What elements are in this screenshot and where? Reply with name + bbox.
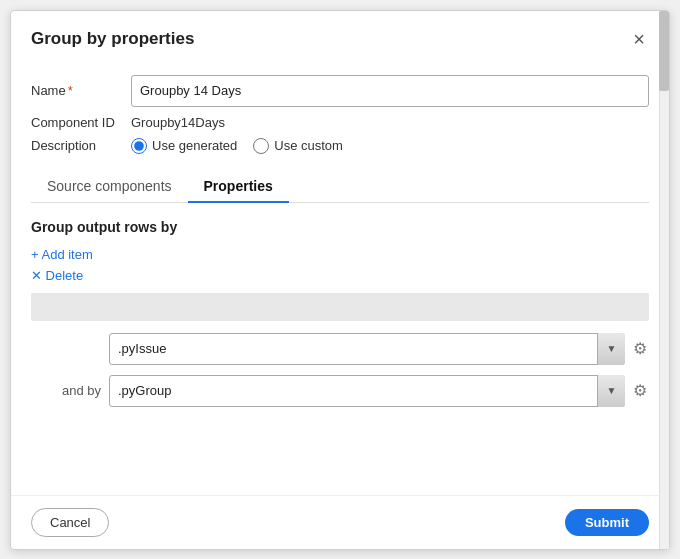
dialog-footer: Cancel Submit xyxy=(11,495,669,549)
dialog: Group by properties × Name* Component ID… xyxy=(10,10,670,550)
add-item-label: + Add item xyxy=(31,247,93,262)
field-row-1: and by .pyGroup ▼ ⚙ xyxy=(31,375,649,407)
close-button[interactable]: × xyxy=(629,27,649,51)
component-id-value: Groupby14Days xyxy=(131,115,225,130)
use-custom-option[interactable]: Use custom xyxy=(253,138,343,154)
dialog-title: Group by properties xyxy=(31,29,194,49)
name-row: Name* xyxy=(31,75,649,107)
cancel-button[interactable]: Cancel xyxy=(31,508,109,537)
add-item-button[interactable]: + Add item xyxy=(31,245,649,264)
component-id-row: Component ID Groupby14Days xyxy=(31,115,649,130)
use-generated-label[interactable]: Use generated xyxy=(152,138,237,153)
delete-label: ✕ Delete xyxy=(31,268,83,283)
use-custom-label[interactable]: Use custom xyxy=(274,138,343,153)
field-select-0[interactable]: .pyIssue xyxy=(109,333,625,365)
description-label: Description xyxy=(31,138,131,153)
use-generated-radio[interactable] xyxy=(131,138,147,154)
field-select-wrapper-1: .pyGroup ▼ xyxy=(109,375,625,407)
field-select-wrapper-0: .pyIssue ▼ xyxy=(109,333,625,365)
required-star: * xyxy=(68,83,73,98)
delete-button[interactable]: ✕ Delete xyxy=(31,266,649,285)
gear-button-0[interactable]: ⚙ xyxy=(631,337,649,360)
selected-item-bar xyxy=(31,293,649,321)
component-id-label: Component ID xyxy=(31,115,131,130)
dialog-body: Name* Component ID Groupby14Days Descrip… xyxy=(11,63,669,495)
radio-group: Use generated Use custom xyxy=(131,138,343,154)
use-custom-radio[interactable] xyxy=(253,138,269,154)
field-select-1[interactable]: .pyGroup xyxy=(109,375,625,407)
gear-button-1[interactable]: ⚙ xyxy=(631,379,649,402)
dialog-header: Group by properties × xyxy=(11,11,669,63)
tab-source-components[interactable]: Source components xyxy=(31,170,188,202)
submit-button[interactable]: Submit xyxy=(565,509,649,536)
description-row: Description Use generated Use custom xyxy=(31,138,649,154)
field-row-0: .pyIssue ▼ ⚙ xyxy=(31,333,649,365)
name-input[interactable] xyxy=(131,75,649,107)
group-output-title: Group output rows by xyxy=(31,219,649,235)
name-label: Name* xyxy=(31,83,131,98)
tabs-container: Source components Properties xyxy=(31,170,649,203)
tab-properties[interactable]: Properties xyxy=(188,170,289,202)
scrollbar-track[interactable] xyxy=(659,11,669,549)
field-label-1: and by xyxy=(31,383,101,398)
action-links: + Add item ✕ Delete xyxy=(31,245,649,285)
scrollbar-thumb[interactable] xyxy=(659,11,669,91)
use-generated-option[interactable]: Use generated xyxy=(131,138,237,154)
